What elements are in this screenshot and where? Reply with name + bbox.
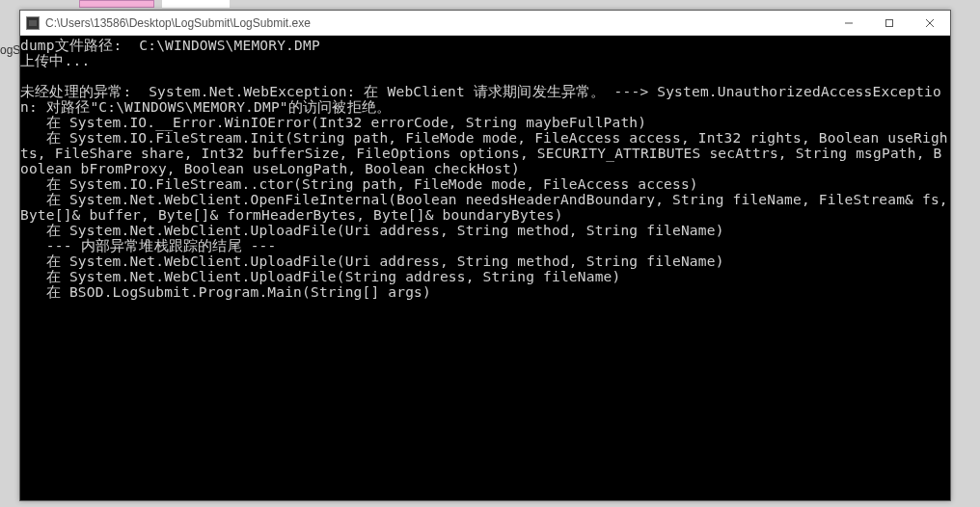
console-line: 未经处理的异常: System.Net.WebException: 在 WebC… [20,84,950,115]
maximize-icon [885,18,894,28]
console-line: 在 System.IO.FileStream.Init(String path,… [20,130,950,176]
console-line [20,68,950,84]
console-line: 在 System.Net.WebClient.UploadFile(String… [20,269,950,284]
console-line: --- 内部异常堆栈跟踪的结尾 --- [20,238,950,254]
console-output[interactable]: dump文件路径: C:\WINDOWS\MEMORY.DMP上传中... 未经… [20,36,950,500]
maximize-button[interactable] [869,11,910,35]
console-line: 在 System.Net.WebClient.OpenFileInternal(… [20,192,950,223]
close-icon [925,18,935,28]
console-line: 在 System.IO.FileStream..ctor(String path… [20,176,950,192]
console-line: 在 System.Net.WebClient.UploadFile(Uri ad… [20,254,950,269]
console-line: 在 System.Net.WebClient.UploadFile(Uri ad… [20,223,950,238]
background-tab-fragment [79,0,154,8]
minimize-button[interactable] [829,11,869,35]
console-window: C:\Users\13586\Desktop\LogSubmit\LogSubm… [19,10,951,501]
titlebar[interactable]: C:\Users\13586\Desktop\LogSubmit\LogSubm… [20,11,950,36]
minimize-icon [844,18,854,28]
console-line: dump文件路径: C:\WINDOWS\MEMORY.DMP [20,38,950,53]
console-line: 在 BSOD.LogSubmit.Program.Main(String[] a… [20,284,950,300]
window-controls [829,11,950,35]
close-button[interactable] [910,11,950,35]
console-line: 在 System.IO.__Error.WinIOError(Int32 err… [20,115,950,130]
console-line: 上传中... [20,53,950,68]
svg-rect-1 [886,19,893,26]
background-tab-fragment-2 [162,0,230,8]
app-icon [26,16,40,30]
window-title: C:\Users\13586\Desktop\LogSubmit\LogSubm… [45,16,829,30]
background-text-fragment: ogS [0,43,19,63]
